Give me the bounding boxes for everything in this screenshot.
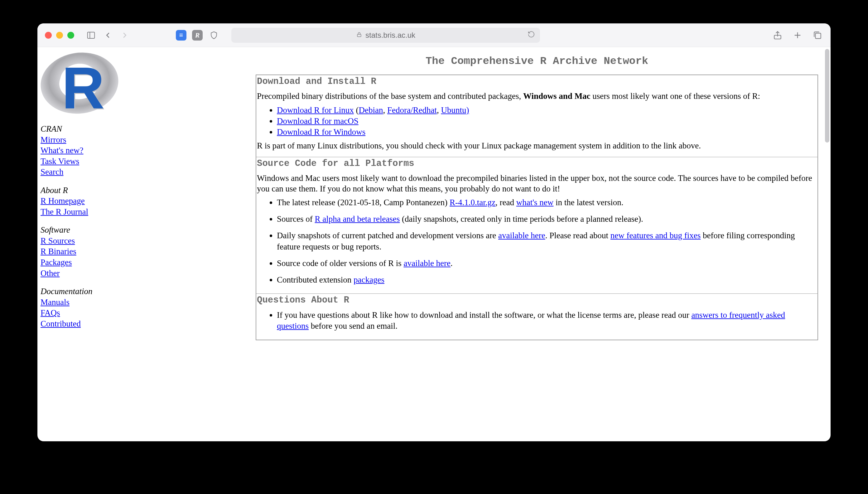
window-controls bbox=[45, 32, 74, 39]
r-logo[interactable]: R bbox=[40, 53, 118, 114]
link-fedora[interactable]: Fedora/Redhat bbox=[387, 106, 437, 115]
text: (daily snapshots, created only in time p… bbox=[400, 214, 643, 224]
link-ext-packages[interactable]: packages bbox=[353, 275, 384, 284]
extension-glyph: R bbox=[195, 31, 200, 39]
nav-link-mirrors[interactable]: Mirrors bbox=[40, 135, 66, 145]
list-item: The latest release (2021-05-18, Camp Pon… bbox=[277, 197, 817, 208]
box-title: Questions About R bbox=[257, 295, 817, 308]
link-latest-tar[interactable]: R-4.1.0.tar.gz bbox=[449, 198, 496, 207]
link-ubuntu[interactable]: Ubuntu) bbox=[441, 106, 469, 115]
nav-group-cran: CRAN Mirrors What's new? Task Views Sear… bbox=[40, 124, 253, 177]
nav-link-manuals[interactable]: Manuals bbox=[40, 298, 70, 307]
text: Contributed extension bbox=[277, 275, 353, 284]
box-source-code: Source Code for all Platforms Windows an… bbox=[256, 157, 818, 294]
link-whats-new[interactable]: what's new bbox=[516, 198, 554, 207]
text: If you have questions about R like how t… bbox=[277, 310, 691, 320]
nav-group-documentation: Documentation Manuals FAQs Contributed bbox=[40, 286, 253, 329]
list-item: If you have questions about R like how t… bbox=[277, 310, 817, 331]
sidebar-toggle-button[interactable] bbox=[85, 30, 97, 41]
nav-group-title: Software bbox=[40, 225, 253, 235]
list-item: Download R for macOS bbox=[277, 116, 817, 127]
link-new-features[interactable]: new features and bug fixes bbox=[611, 231, 700, 240]
list-item: Contributed extension packages bbox=[277, 274, 817, 285]
address-bar[interactable]: stats.bris.ac.uk bbox=[231, 28, 540, 43]
svg-rect-6 bbox=[815, 33, 821, 38]
content-boxes: Download and Install R Precompiled binar… bbox=[256, 75, 818, 340]
list-item: Daily snapshots of current patched and d… bbox=[277, 230, 817, 252]
link-download-linux[interactable]: Download R for Linux bbox=[277, 106, 354, 115]
scrollbar-thumb[interactable] bbox=[825, 49, 829, 142]
text: . bbox=[450, 259, 453, 268]
text: The latest release (2021-05-18, Camp Pon… bbox=[277, 198, 449, 207]
box-questions: Questions About R If you have questions … bbox=[256, 294, 818, 340]
box-intro: Precompiled binary distributions of the … bbox=[257, 91, 817, 102]
link-alpha-beta[interactable]: R alpha and beta releases bbox=[314, 214, 400, 224]
close-window-button[interactable] bbox=[45, 32, 52, 39]
nav-link-contributed[interactable]: Contributed bbox=[40, 319, 81, 328]
text: , read bbox=[496, 198, 516, 207]
text: Precompiled binary distributions of the … bbox=[257, 91, 523, 101]
text: , bbox=[437, 106, 441, 115]
extension-button-1[interactable]: ≡ bbox=[176, 30, 187, 40]
address-text: stats.bris.ac.uk bbox=[365, 31, 415, 40]
list-item: Download R for Linux (Debian, Fedora/Red… bbox=[277, 105, 817, 116]
nav-link-search[interactable]: Search bbox=[40, 167, 63, 176]
svg-rect-2 bbox=[357, 34, 361, 37]
box-intro: Windows and Mac users most likely want t… bbox=[257, 173, 817, 194]
text: Source code of older versions of R is bbox=[277, 259, 403, 268]
back-button[interactable] bbox=[102, 30, 114, 41]
link-snapshots[interactable]: available here bbox=[498, 231, 545, 240]
forward-button[interactable] bbox=[119, 30, 130, 41]
text: users most likely want one of these vers… bbox=[591, 91, 760, 101]
nav-link-other[interactable]: Other bbox=[40, 268, 60, 278]
minimize-window-button[interactable] bbox=[56, 32, 63, 39]
text: Daily snapshots of current patched and d… bbox=[277, 231, 498, 240]
nav-group-title: About R bbox=[40, 185, 253, 196]
nav-link-r-sources[interactable]: R Sources bbox=[40, 236, 75, 245]
text: ( bbox=[354, 106, 359, 115]
extension-button-2[interactable]: R bbox=[192, 30, 202, 40]
text: . Please read about bbox=[545, 231, 611, 240]
nav-link-task-views[interactable]: Task Views bbox=[40, 156, 79, 166]
lock-icon bbox=[356, 31, 362, 40]
svg-rect-0 bbox=[88, 32, 95, 38]
titlebar: ≡ R stats.bris.ac.uk bbox=[37, 23, 831, 47]
nav-link-whats-new[interactable]: What's new? bbox=[40, 146, 83, 155]
new-tab-button[interactable] bbox=[792, 30, 803, 41]
r-logo-letter: R bbox=[62, 58, 104, 118]
source-list: The latest release (2021-05-18, Camp Pon… bbox=[269, 197, 817, 285]
text-bold: Windows and Mac bbox=[523, 91, 591, 101]
link-older-versions[interactable]: available here bbox=[403, 259, 450, 268]
link-download-macos[interactable]: Download R for macOS bbox=[277, 116, 359, 126]
box-title: Source Code for all Platforms bbox=[257, 158, 817, 171]
nav-group-about-r: About R R Homepage The R Journal bbox=[40, 185, 253, 217]
page-title: The Comprehensive R Archive Network bbox=[256, 50, 818, 75]
shield-icon[interactable] bbox=[208, 30, 219, 41]
nav-link-r-journal[interactable]: The R Journal bbox=[40, 207, 88, 216]
text: , bbox=[383, 106, 387, 115]
share-button[interactable] bbox=[772, 30, 783, 41]
maximize-window-button[interactable] bbox=[67, 32, 74, 39]
list-item: Source code of older versions of R is av… bbox=[277, 258, 817, 269]
browser-window: ≡ R stats.bris.ac.uk bbox=[37, 23, 831, 441]
questions-list: If you have questions about R like how t… bbox=[269, 310, 817, 331]
box-download-install: Download and Install R Precompiled binar… bbox=[256, 75, 818, 157]
sidebar: R CRAN Mirrors What's new? Task Views Se… bbox=[37, 47, 256, 441]
box-outro: R is part of many Linux distributions, y… bbox=[257, 141, 817, 151]
list-item: Download R for Windows bbox=[277, 127, 817, 137]
tabs-overview-button[interactable] bbox=[812, 30, 823, 41]
reload-button[interactable] bbox=[527, 31, 535, 40]
nav-link-packages[interactable]: Packages bbox=[40, 258, 72, 267]
nav-link-r-binaries[interactable]: R Binaries bbox=[40, 247, 76, 256]
link-debian[interactable]: Debian bbox=[359, 106, 383, 115]
list-item: Sources of R alpha and beta releases (da… bbox=[277, 214, 817, 225]
page-content: R CRAN Mirrors What's new? Task Views Se… bbox=[37, 47, 831, 441]
nav-group-software: Software R Sources R Binaries Packages O… bbox=[40, 225, 253, 279]
nav-group-title: CRAN bbox=[40, 124, 253, 134]
box-title: Download and Install R bbox=[257, 76, 817, 89]
nav-link-faqs[interactable]: FAQs bbox=[40, 308, 60, 318]
extension-glyph: ≡ bbox=[179, 31, 183, 39]
link-download-windows[interactable]: Download R for Windows bbox=[277, 127, 365, 137]
text: Sources of bbox=[277, 214, 314, 224]
nav-link-r-homepage[interactable]: R Homepage bbox=[40, 196, 85, 206]
